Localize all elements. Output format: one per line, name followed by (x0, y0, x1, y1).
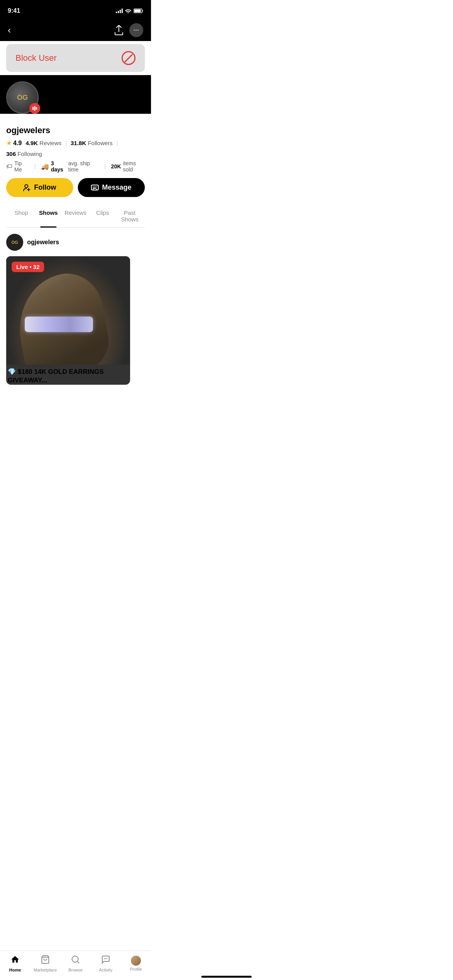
tab-past-shows[interactable]: Past Shows (116, 205, 143, 227)
follow-button[interactable]: Follow (6, 178, 73, 197)
tab-shop[interactable]: Shop (8, 205, 35, 227)
items-sold-meta: 20K items sold (111, 160, 145, 173)
signal-icon (116, 9, 123, 13)
ship-icon: 🚚 (41, 163, 49, 170)
rating-value: 4.9 (13, 140, 22, 147)
svg-point-5 (25, 185, 28, 188)
show-title: 💎 $180 14K GOLD EARRINGS GIVEAWAY... (6, 365, 130, 385)
live-show-card[interactable]: Live • 32 💎 $180 14K GOLD EARRINGS GIVEA… (6, 256, 130, 385)
svg-rect-3 (34, 106, 36, 111)
shows-content: OG ogjewelers Live • 32 💎 $180 14K GOLD … (0, 228, 151, 395)
tip-meta[interactable]: 🏷 Tip Me (6, 160, 29, 173)
status-time: 9:41 (8, 7, 20, 14)
svg-rect-6 (91, 185, 98, 190)
follow-icon (23, 184, 31, 192)
action-buttons: Follow Message (6, 178, 145, 197)
meta-row: 🏷 Tip Me | 🚚 3 days avg. ship time | 20K… (6, 160, 145, 173)
svg-rect-2 (33, 107, 34, 110)
tab-shows[interactable]: Shows (35, 205, 62, 227)
status-bar: 9:41 (0, 0, 151, 19)
show-thumbnail: Live • 32 (6, 256, 130, 365)
following-stat[interactable]: 306 Following (6, 151, 42, 157)
live-tag: Live • 32 (12, 262, 44, 272)
back-button[interactable]: ‹ (8, 25, 11, 36)
profile-info: ogjewelers ★ 4.9 4.9K Reviews | 31.8K Fo… (0, 119, 151, 228)
block-user-text: Block User (15, 53, 57, 63)
bottom-spacer (0, 395, 151, 430)
stats-row: ★ 4.9 4.9K Reviews | 31.8K Followers | 3… (6, 139, 145, 157)
live-badge (29, 103, 40, 114)
block-icon (122, 51, 136, 65)
status-icons (116, 9, 143, 13)
shows-seller-username: ogjewelers (27, 239, 59, 246)
svg-rect-4 (36, 107, 37, 110)
avatar-wrapper: OG (6, 81, 39, 114)
star-icon: ★ (6, 139, 12, 147)
shows-seller-avatar: OG (6, 234, 23, 251)
battery-icon (134, 9, 143, 13)
wifi-icon (125, 9, 131, 13)
share-icon[interactable] (115, 25, 123, 35)
message-icon (91, 184, 99, 192)
tab-reviews[interactable]: Reviews (62, 205, 89, 227)
svg-rect-1 (134, 10, 141, 12)
followers-stat[interactable]: 31.8K Followers (70, 140, 112, 146)
rating-badge: ★ 4.9 (6, 139, 22, 147)
shows-user-row: OG ogjewelers (6, 234, 145, 251)
tabs-row: Shop Shows Reviews Clips Past Shows (6, 205, 145, 228)
profile-username: ogjewelers (6, 125, 145, 135)
ship-time-meta: 🚚 3 days avg. ship time (41, 160, 99, 173)
more-options-button[interactable]: ··· (129, 23, 143, 37)
navigation-bar: ‹ ··· (0, 19, 151, 41)
message-button[interactable]: Message (78, 178, 145, 197)
bracelet-decoration (25, 317, 93, 332)
block-user-banner[interactable]: Block User (6, 44, 145, 72)
tab-clips[interactable]: Clips (89, 205, 116, 227)
reviews-stat[interactable]: 4.9K Reviews (26, 140, 62, 146)
tip-icon: 🏷 (6, 163, 12, 170)
nav-action-buttons: ··· (115, 23, 143, 37)
profile-header-section: OG (0, 75, 151, 114)
profile-avatar-row: OG (6, 81, 145, 114)
